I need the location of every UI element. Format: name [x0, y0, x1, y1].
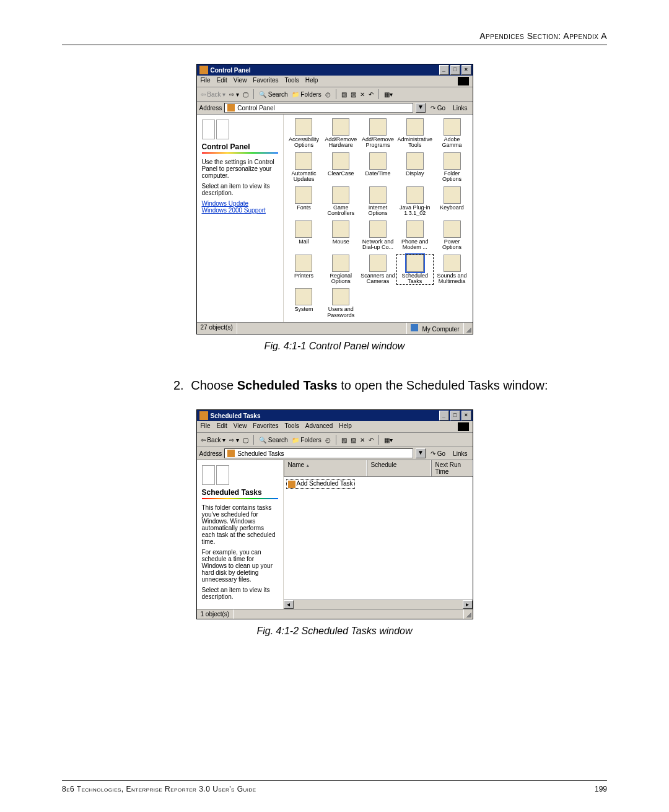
cp-item-date-time[interactable]: Date/Time [360, 152, 396, 183]
address-field[interactable]: Control Panel [224, 103, 413, 113]
cp-item-java-plug-in-1-3-1-02[interactable]: Java Plug-in 1.3.1_02 [397, 186, 433, 217]
menu-help[interactable]: Help [339, 422, 352, 431]
cp-item-display[interactable]: Display [397, 152, 433, 183]
menu-help[interactable]: Help [305, 77, 318, 85]
menu-favorites[interactable]: Favorites [253, 77, 278, 85]
move-to-button[interactable]: ▧ [341, 437, 347, 443]
cp-item-internet-options[interactable]: Internet Options [360, 186, 396, 217]
folders-button[interactable]: 📁 Folders [292, 91, 321, 98]
cp-item-system[interactable]: System [286, 288, 322, 318]
cp-item-mouse[interactable]: Mouse [323, 220, 359, 251]
copy-to-button[interactable]: ▨ [351, 437, 356, 443]
cp-item-clearcase[interactable]: ClearCase [323, 152, 359, 183]
back-button[interactable]: ⇦ Back ▾ [201, 91, 226, 98]
search-button[interactable]: 🔍 Search [259, 91, 287, 98]
minimize-button[interactable]: _ [439, 411, 449, 421]
up-button[interactable]: ▢ [243, 437, 248, 443]
add-scheduled-task[interactable]: Add Scheduled Task [286, 479, 355, 488]
address-dropdown[interactable]: ▼ [416, 448, 426, 458]
scroll-left-button[interactable]: ◂ [284, 600, 294, 609]
back-button[interactable]: ⇦ Back ▾ [201, 437, 226, 443]
cp-item-label: System [286, 307, 322, 312]
col-name[interactable]: Name [284, 460, 367, 476]
col-schedule[interactable]: Schedule [367, 460, 431, 476]
cp-item-icon [444, 255, 461, 272]
cp-item-phone-and-modem[interactable]: Phone and Modem ... [397, 220, 433, 251]
undo-button[interactable]: ↶ [369, 437, 374, 443]
cp-item-fonts[interactable]: Fonts [286, 186, 322, 217]
cp-item-scanners-and-cameras[interactable]: Scanners and Cameras [360, 255, 396, 285]
resize-grip[interactable] [464, 609, 473, 619]
separator [253, 89, 254, 99]
cp-item-add-remove-programs[interactable]: Add/Remove Programs [360, 118, 396, 149]
delete-button[interactable]: ✕ [360, 91, 365, 98]
menu-edit[interactable]: Edit [217, 422, 227, 431]
cp-item-mail[interactable]: Mail [286, 220, 322, 251]
cp-item-label: Automatic Updates [286, 171, 322, 183]
links-label[interactable]: Links [450, 105, 470, 111]
cp-item-accessibility-options[interactable]: Accessibility Options [286, 118, 322, 149]
cp-item-icon [369, 255, 387, 272]
scroll-right-button[interactable]: ▸ [463, 600, 473, 609]
cp-item-label: ClearCase [323, 171, 359, 177]
link-windows-2000-support[interactable]: Windows 2000 Support [202, 207, 278, 214]
copy-to-button[interactable]: ▨ [351, 91, 356, 98]
search-button[interactable]: 🔍 Search [259, 437, 287, 443]
menu-advanced[interactable]: Advanced [305, 422, 333, 431]
cp-item-printers[interactable]: Printers [286, 255, 322, 285]
cp-item-add-remove-hardware[interactable]: Add/Remove Hardware [323, 118, 359, 149]
maximize-button[interactable]: □ [450, 411, 460, 421]
forward-button[interactable]: ⇨ ▾ [229, 437, 239, 443]
cp-item-folder-options[interactable]: Folder Options [434, 152, 470, 183]
go-button[interactable]: ↷ Go [428, 105, 448, 111]
cp-item-automatic-updates[interactable]: Automatic Updates [286, 152, 322, 183]
cp-item-icon [295, 220, 312, 238]
minimize-button[interactable]: _ [439, 65, 449, 75]
cp-item-administrative-tools[interactable]: Administrative Tools [397, 118, 433, 149]
titlebar[interactable]: Scheduled Tasks _ □ × [197, 410, 473, 421]
undo-button[interactable]: ↶ [369, 91, 374, 98]
cp-item-users-and-passwords[interactable]: Users and Passwords [323, 288, 359, 318]
cp-item-adobe-gamma[interactable]: Adobe Gamma [434, 118, 470, 149]
close-button[interactable]: × [461, 411, 471, 421]
resize-grip[interactable] [464, 323, 473, 334]
views-button[interactable]: ▦▾ [384, 91, 393, 98]
menu-tools[interactable]: Tools [284, 77, 299, 85]
views-button[interactable]: ▦▾ [384, 437, 393, 443]
menu-tools[interactable]: Tools [284, 422, 299, 431]
cp-item-scheduled-tasks[interactable]: Scheduled Tasks [397, 255, 433, 285]
link-windows-update[interactable]: Windows Update [202, 200, 278, 207]
delete-button[interactable]: ✕ [360, 437, 365, 443]
col-nextrun[interactable]: Next Run Time [431, 460, 473, 476]
cp-item-power-options[interactable]: Power Options [434, 220, 470, 251]
horizontal-scrollbar[interactable]: ◂ ▸ [284, 600, 473, 609]
close-button[interactable]: × [461, 65, 471, 75]
cp-item-regional-options[interactable]: Regional Options [323, 255, 359, 285]
links-label[interactable]: Links [450, 450, 470, 457]
titlebar[interactable]: Control Panel _ □ × [197, 64, 473, 76]
cp-item-keyboard[interactable]: Keyboard [434, 186, 470, 217]
menu-view[interactable]: View [234, 422, 247, 431]
cp-item-sounds-and-multimedia[interactable]: Sounds and Multimedia [434, 255, 470, 285]
cp-item-icon [369, 152, 387, 170]
menu-file[interactable]: File [201, 77, 211, 85]
menu-file[interactable]: File [201, 422, 211, 431]
cp-item-network-and-dial-up-co[interactable]: Network and Dial-up Co... [360, 220, 396, 251]
info-text-2: Select an item to view its description. [202, 183, 278, 196]
history-button[interactable]: ◴ [325, 437, 331, 443]
history-button[interactable]: ◴ [325, 91, 331, 98]
maximize-button[interactable]: □ [450, 65, 460, 75]
menu-edit[interactable]: Edit [217, 77, 227, 85]
address-dropdown[interactable]: ▼ [416, 103, 426, 113]
go-button[interactable]: ↷ Go [428, 450, 448, 457]
up-button[interactable]: ▢ [243, 91, 248, 98]
address-field[interactable]: Scheduled Tasks [224, 448, 413, 458]
forward-button[interactable]: ⇨ ▾ [229, 91, 239, 98]
folders-button[interactable]: 📁 Folders [292, 437, 321, 443]
move-to-button[interactable]: ▧ [341, 91, 347, 98]
menu-view[interactable]: View [234, 77, 247, 85]
menu-favorites[interactable]: Favorites [253, 422, 278, 431]
address-icon [227, 104, 235, 111]
cp-item-game-controllers[interactable]: Game Controllers [323, 186, 359, 217]
throbber-icon [458, 422, 469, 431]
